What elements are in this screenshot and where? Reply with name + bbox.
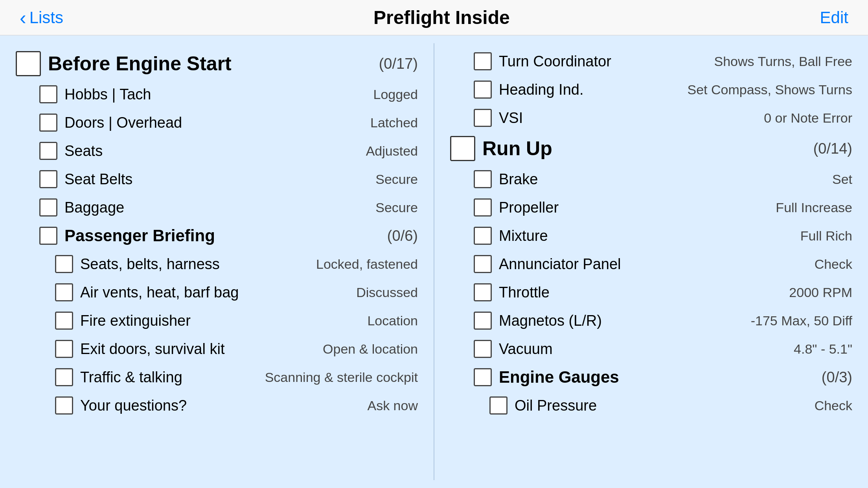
checkbox[interactable] xyxy=(39,227,57,245)
checkbox[interactable] xyxy=(474,312,492,330)
checkbox[interactable] xyxy=(474,109,492,127)
list-item[interactable]: Doors | OverheadLatched xyxy=(16,108,418,137)
list-item[interactable]: Heading Ind.Set Compass, Shows Turns xyxy=(450,75,852,104)
item-value: Open & location xyxy=(323,341,418,357)
item-label: Seats, belts, harness xyxy=(80,256,220,273)
main-content: Before Engine Start(0/17)Hobbs | TachLog… xyxy=(0,35,868,488)
right-column: Turn CoordinatorShows Turns, Ball FreeHe… xyxy=(434,35,868,488)
edit-button[interactable]: Edit xyxy=(820,8,848,27)
list-item[interactable]: PropellerFull Increase xyxy=(450,193,852,222)
item-label: Magnetos (L/R) xyxy=(499,312,602,329)
checkbox[interactable] xyxy=(474,255,492,273)
checkbox[interactable] xyxy=(474,198,492,216)
list-item[interactable]: Seat BeltsSecure xyxy=(16,165,418,193)
item-label: Brake xyxy=(499,171,538,188)
item-label: Passenger Briefing xyxy=(64,226,215,245)
checkbox[interactable] xyxy=(474,340,492,358)
list-item[interactable]: Your questions?Ask now xyxy=(16,391,418,420)
list-item[interactable]: Traffic & talkingScanning & sterile cock… xyxy=(16,363,418,391)
checkbox[interactable] xyxy=(474,283,492,301)
list-item[interactable]: Engine Gauges(0/3) xyxy=(450,363,852,391)
checkbox[interactable] xyxy=(474,227,492,245)
checkbox[interactable] xyxy=(55,283,73,301)
item-value: Latched xyxy=(370,115,418,130)
list-item[interactable]: Air vents, heat, barf bagDiscussed xyxy=(16,278,418,306)
checkbox[interactable] xyxy=(39,198,57,216)
checkbox[interactable] xyxy=(55,340,73,358)
list-item[interactable]: Throttle2000 RPM xyxy=(450,278,852,306)
checkbox[interactable] xyxy=(55,396,73,415)
list-item[interactable]: Seats, belts, harnessLocked, fastened xyxy=(16,250,418,278)
page-title: Preflight Inside xyxy=(373,7,510,28)
item-value: -175 Max, 50 Diff xyxy=(751,313,852,328)
list-item[interactable]: MixtureFull Rich xyxy=(450,222,852,250)
item-value: Set Compass, Shows Turns xyxy=(687,82,852,97)
list-item[interactable]: Annunciator PanelCheck xyxy=(450,250,852,278)
item-value: Full Increase xyxy=(776,200,852,215)
item-label: Seat Belts xyxy=(64,171,132,188)
item-label: Your questions? xyxy=(80,397,187,414)
checkbox[interactable] xyxy=(474,368,492,386)
item-label: Baggage xyxy=(64,199,124,216)
list-item[interactable]: BaggageSecure xyxy=(16,193,418,222)
item-value: Check xyxy=(815,398,852,413)
checkbox[interactable] xyxy=(55,312,73,330)
item-value: 2000 RPM xyxy=(789,285,852,300)
checkbox[interactable] xyxy=(474,170,492,188)
list-item[interactable]: Turn CoordinatorShows Turns, Ball Free xyxy=(450,47,852,75)
list-item[interactable]: Hobbs | TachLogged xyxy=(16,80,418,108)
item-value: Set xyxy=(832,172,852,187)
list-item[interactable]: Fire extinguisherLocation xyxy=(16,306,418,335)
item-label: Air vents, heat, barf bag xyxy=(80,284,239,301)
checkbox[interactable] xyxy=(16,51,41,76)
checkbox[interactable] xyxy=(474,52,492,70)
checkbox[interactable] xyxy=(489,396,508,415)
item-value: Check xyxy=(815,257,852,272)
checkbox[interactable] xyxy=(39,142,57,160)
item-label: VSI xyxy=(499,110,523,127)
list-item[interactable]: Passenger Briefing(0/6) xyxy=(16,222,418,250)
item-value: Adjusted xyxy=(366,143,418,159)
item-value: Discussed xyxy=(356,285,418,300)
checkbox[interactable] xyxy=(39,114,57,132)
back-button[interactable]: ‹ Lists xyxy=(20,8,63,28)
item-value: Logged xyxy=(373,87,418,102)
item-label: Run Up xyxy=(482,137,552,160)
checkbox[interactable] xyxy=(55,368,73,386)
item-value: 0 or Note Error xyxy=(764,110,852,126)
item-value: Location xyxy=(367,313,418,328)
list-item[interactable]: BrakeSet xyxy=(450,165,852,193)
nav-bar: ‹ Lists Preflight Inside Edit xyxy=(0,0,868,35)
checkbox[interactable] xyxy=(450,136,475,161)
item-label: Vacuum xyxy=(499,341,553,358)
item-label: Hobbs | Tach xyxy=(64,86,151,103)
item-value: Ask now xyxy=(368,398,418,413)
item-label: Engine Gauges xyxy=(499,368,619,387)
item-value: 4.8" - 5.1" xyxy=(794,341,852,357)
list-item[interactable]: Exit doors, survival kitOpen & location xyxy=(16,335,418,363)
item-label: Traffic & talking xyxy=(80,369,182,386)
list-item[interactable]: VSI0 or Note Error xyxy=(450,104,852,132)
list-item[interactable]: Run Up(0/14) xyxy=(450,132,852,165)
item-value: Secure xyxy=(375,200,418,215)
item-label: Seats xyxy=(64,143,103,160)
list-item[interactable]: Vacuum4.8" - 5.1" xyxy=(450,335,852,363)
list-item[interactable]: Before Engine Start(0/17) xyxy=(16,47,418,80)
item-value: Locked, fastened xyxy=(316,257,418,272)
list-item[interactable]: SeatsAdjusted xyxy=(16,137,418,165)
item-label: Fire extinguisher xyxy=(80,312,191,329)
item-label: Mixture xyxy=(499,227,548,244)
item-label: Before Engine Start xyxy=(48,52,232,75)
list-item[interactable]: Magnetos (L/R)-175 Max, 50 Diff xyxy=(450,306,852,335)
checkbox[interactable] xyxy=(39,170,57,188)
list-item[interactable]: Oil PressureCheck xyxy=(450,391,852,420)
item-value: Full Rich xyxy=(800,228,852,244)
item-label: Exit doors, survival kit xyxy=(80,341,224,358)
item-label: Oil Pressure xyxy=(515,397,597,414)
item-label: Propeller xyxy=(499,199,559,216)
checkbox[interactable] xyxy=(474,81,492,99)
checkbox[interactable] xyxy=(39,85,57,103)
checkbox[interactable] xyxy=(55,255,73,273)
item-value: (0/3) xyxy=(822,369,852,386)
item-label: Annunciator Panel xyxy=(499,256,621,273)
